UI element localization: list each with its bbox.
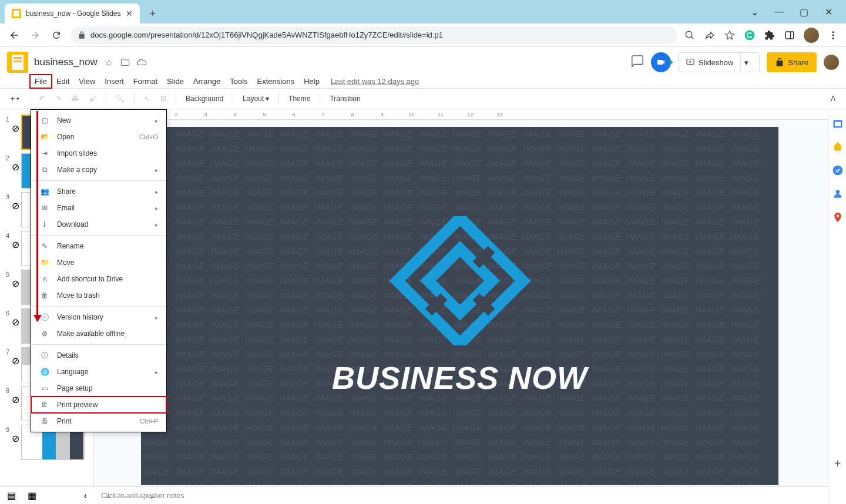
zoom-icon[interactable] — [684, 29, 696, 41]
thumbnail-footer: ▤ ▦ ‹ — [0, 486, 94, 504]
file-move[interactable]: 📁Move — [31, 254, 166, 271]
file-offline[interactable]: ⊘Make available offline — [31, 325, 166, 342]
keep-icon[interactable] — [832, 141, 844, 153]
last-edit-link[interactable]: Last edit was 12 days ago — [331, 77, 419, 86]
star-icon[interactable]: ☆ — [103, 57, 114, 68]
slideshow-dropdown-icon[interactable]: ▾ — [740, 53, 752, 72]
redo-button[interactable]: ↷ — [52, 92, 65, 105]
file-download[interactable]: ⭳Download▸ — [31, 216, 166, 233]
menu-edit[interactable]: Edit — [52, 75, 73, 88]
transition-icon: ⊘ — [12, 347, 19, 367]
zoom-out-button[interactable]: − — [106, 492, 110, 502]
extensions-icon[interactable] — [764, 29, 776, 41]
file-import[interactable]: ⇥Import slides — [31, 145, 166, 162]
forward-button[interactable] — [28, 28, 42, 42]
collapse-filmstrip-icon[interactable]: ‹ — [84, 490, 87, 501]
new-slide-button[interactable]: +▾ — [7, 92, 23, 105]
document-title[interactable]: business_now — [34, 56, 98, 68]
transition-button[interactable]: Transition — [326, 92, 364, 105]
file-print-preview[interactable]: 🗎Print preview — [31, 397, 166, 413]
menu-view[interactable]: View — [75, 75, 99, 88]
contacts-icon[interactable] — [832, 188, 844, 200]
menu-help[interactable]: Help — [300, 75, 324, 88]
speaker-notes[interactable]: Click to add speaker notes — [94, 486, 828, 504]
zoom-button[interactable]: 🔍 — [112, 92, 128, 105]
share-icon[interactable] — [704, 29, 716, 41]
file-copy[interactable]: ⧉Make a copy▸ — [31, 162, 166, 178]
file-rename[interactable]: ✎Rename — [31, 238, 166, 254]
address-bar[interactable]: docs.google.com/presentation/d/12xOj1T66… — [70, 26, 677, 44]
file-print[interactable]: 🖶PrintCtrl+P — [31, 413, 166, 429]
zoom-in-button[interactable]: + — [149, 492, 154, 502]
share-button[interactable]: Share — [767, 52, 817, 72]
file-shortcut[interactable]: ⎋Add shortcut to Drive — [31, 271, 166, 287]
file-page-setup[interactable]: ▭Page setup — [31, 380, 166, 397]
side-panel-icon[interactable] — [784, 29, 795, 41]
file-share[interactable]: 👥Share▸ — [31, 183, 166, 200]
file-email[interactable]: ✉Email▸ — [31, 200, 166, 216]
background-button[interactable]: Background — [182, 92, 227, 105]
bookmark-star-icon[interactable] — [724, 29, 736, 41]
maps-icon[interactable] — [832, 211, 844, 223]
reload-button[interactable] — [49, 28, 63, 42]
add-addon-icon[interactable]: + — [832, 457, 844, 469]
menu-file[interactable]: File — [31, 75, 51, 88]
transition-icon: ⊘ — [12, 386, 19, 405]
browser-tab[interactable]: business_now - Google Slides ✕ — [5, 4, 140, 23]
menu-format[interactable]: Format — [129, 75, 162, 88]
tasks-icon[interactable] — [832, 164, 844, 176]
calendar-icon[interactable] — [832, 117, 844, 129]
back-button[interactable] — [7, 28, 21, 42]
submenu-arrow-icon: ▸ — [155, 221, 158, 228]
import-icon: ⇥ — [39, 148, 50, 159]
menu-tools[interactable]: Tools — [226, 75, 251, 88]
file-open[interactable]: 📂OpenCtrl+O — [31, 129, 166, 145]
app-header: business_now ☆ Slideshow ▾ Share — [0, 47, 846, 74]
window-maximize-button[interactable]: ▢ — [795, 4, 812, 20]
file-trash[interactable]: 🗑Move to trash — [31, 287, 166, 304]
collapse-toolbar-icon[interactable]: ᐱ — [827, 92, 839, 105]
window-close-button[interactable]: ✕ — [820, 4, 837, 20]
menu-insert[interactable]: Insert — [100, 75, 128, 88]
textbox-button[interactable]: ⊞ — [157, 92, 170, 105]
new-tab-button[interactable]: + — [145, 5, 161, 22]
slides-favicon — [12, 9, 21, 18]
account-avatar[interactable] — [824, 55, 839, 70]
layout-button[interactable]: Layout▾ — [239, 92, 273, 105]
undo-button[interactable]: ↶ — [35, 92, 48, 105]
menu-slide[interactable]: Slide — [163, 75, 188, 88]
slideshow-button[interactable]: Slideshow ▾ — [678, 52, 760, 72]
cursor-button[interactable]: ↖ — [140, 92, 153, 105]
meet-button[interactable] — [651, 52, 671, 72]
comment-history-icon[interactable] — [631, 55, 644, 70]
window-minimize-button[interactable]: — — [771, 4, 787, 20]
grammarly-icon[interactable] — [744, 29, 756, 41]
grid-view-icon[interactable]: ▦ — [28, 490, 36, 501]
menu-extensions[interactable]: Extensions — [253, 75, 299, 88]
theme-button[interactable]: Theme — [285, 92, 314, 105]
file-version[interactable]: 🕘Version history▸ — [31, 309, 166, 325]
folder-open-icon: 📂 — [39, 132, 50, 142]
menu-arrange[interactable]: Arrange — [189, 75, 224, 88]
chrome-menu-icon[interactable] — [827, 29, 839, 41]
tab-close-icon[interactable]: ✕ — [126, 9, 133, 18]
copy-icon: ⧉ — [39, 164, 50, 175]
submenu-arrow-icon: ▸ — [155, 205, 158, 211]
file-new[interactable]: ▢New▸ — [31, 112, 166, 129]
slide-canvas[interactable]: IMAGE IMAGE IMAGE IMAGE IMAGE IMAGE IMAG… — [141, 127, 778, 485]
file-menu-dropdown: ▢New▸ 📂OpenCtrl+O ⇥Import slides ⧉Make a… — [31, 109, 167, 432]
filmstrip-view-icon[interactable]: ▤ — [7, 490, 16, 501]
tab-title: business_now - Google Slides — [26, 9, 120, 18]
cloud-icon[interactable] — [136, 57, 147, 68]
profile-avatar[interactable] — [804, 28, 819, 43]
file-language[interactable]: 🌐Language▸ — [31, 364, 166, 380]
paint-format-button[interactable]: 🖌 — [86, 92, 100, 105]
svg-rect-11 — [397, 218, 523, 344]
browser-dropdown-icon[interactable]: ⌄ — [746, 4, 763, 20]
print-button[interactable]: 🖶 — [68, 92, 82, 105]
file-details[interactable]: ⓘDetails — [31, 347, 166, 364]
browser-toolbar: docs.google.com/presentation/d/12xOj1T66… — [0, 23, 846, 47]
slides-logo[interactable] — [7, 52, 28, 73]
zoom-slider[interactable] — [115, 496, 145, 498]
move-icon[interactable] — [120, 57, 130, 68]
